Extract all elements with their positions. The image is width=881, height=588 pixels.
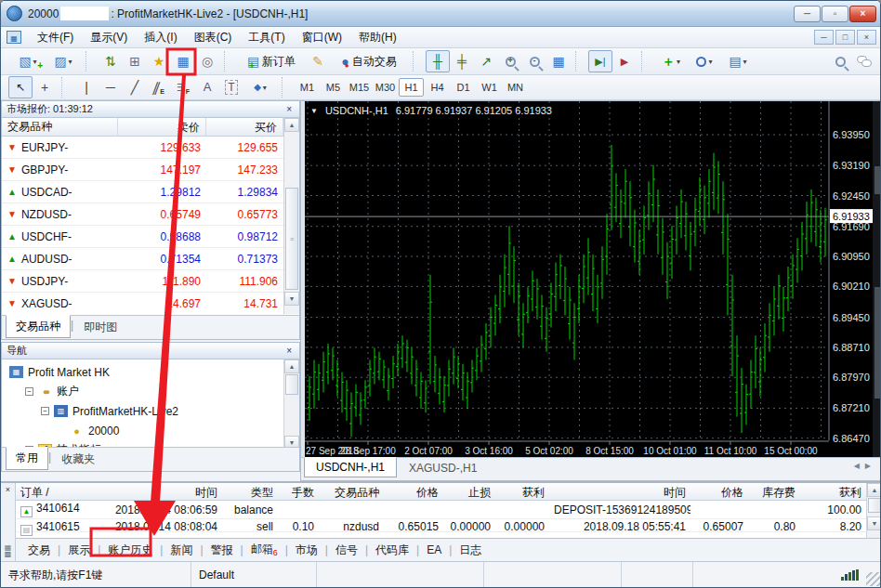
status-profile[interactable]: Default: [191, 562, 317, 588]
chart-window-icon[interactable]: ▦: [7, 31, 21, 44]
zoom-out-button[interactable]: -: [522, 50, 546, 72]
tree-item[interactable]: ▦Profit Market HK: [2, 362, 283, 382]
menu-item[interactable]: 显示(V): [82, 28, 136, 47]
text-label-button[interactable]: T: [219, 76, 243, 98]
history-row[interactable]: ▤34106152018.09.14 08:08:04sell0.10nzdus…: [16, 519, 866, 532]
strategy-tester-button[interactable]: ◎: [195, 50, 219, 72]
history-row[interactable]: ▲34106142018.09.14 08:06:59balanceDEPOSI…: [16, 501, 866, 519]
timeframe-M15[interactable]: M15: [347, 78, 372, 97]
column-header[interactable]: 交易品种: [2, 118, 118, 136]
arrows-button[interactable]: ◆▾: [243, 76, 277, 98]
bar-chart-button[interactable]: ╫: [426, 50, 450, 72]
column-header[interactable]: 卖价: [118, 118, 206, 136]
tree-item[interactable]: −f技术指标: [2, 440, 283, 447]
trendline-button[interactable]: ╱: [123, 76, 147, 98]
navigator-button[interactable]: ★: [147, 50, 171, 72]
tree-item[interactable]: −●●账户: [2, 382, 283, 401]
tab-scroll-right-icon[interactable]: ▶: [865, 462, 871, 470]
data-window-button[interactable]: ⊞: [123, 50, 147, 72]
market-watch-button[interactable]: ⇅: [99, 50, 123, 72]
terminal-tab-11[interactable]: 日志: [456, 540, 484, 561]
timeframe-MN[interactable]: MN: [503, 78, 528, 97]
child-minimize-button[interactable]: ─: [814, 30, 834, 45]
tree-expander-icon[interactable]: −: [25, 387, 33, 396]
text-button[interactable]: A: [195, 76, 219, 98]
timeframe-D1[interactable]: D1: [451, 78, 476, 97]
history-column-header[interactable]: 时间: [96, 483, 222, 500]
vertical-line-button[interactable]: |: [74, 76, 99, 98]
price-chart[interactable]: 6.939506.931906.924506.916906.909506.902…: [305, 101, 873, 458]
timeframe-H1[interactable]: H1: [399, 78, 424, 97]
shift-chart-button[interactable]: ▶|: [588, 50, 612, 72]
menu-item[interactable]: 文件(F): [29, 28, 82, 47]
history-column-header[interactable]: 订单 /: [16, 483, 96, 500]
market-watch-scrollbar[interactable]: ▲≡▼: [283, 118, 299, 314]
fibonacci-button[interactable]: ☰F: [171, 76, 195, 98]
menu-item[interactable]: 图表(C): [186, 28, 241, 47]
navigator-tab-1[interactable]: 常用: [6, 447, 48, 470]
column-header[interactable]: 买价: [206, 118, 283, 136]
market-watch-close-icon[interactable]: ×: [283, 104, 295, 114]
terminal-tab-6[interactable]: 邮箱6: [248, 539, 281, 560]
terminal-grip-icon[interactable]: ▦▩: [5, 544, 12, 557]
terminal-tab-8[interactable]: 信号: [333, 540, 361, 561]
terminal-tab-3[interactable]: 账户历史: [105, 540, 155, 561]
profiles-button[interactable]: ▨▾: [46, 50, 81, 72]
market-row-USDCAD[interactable]: ▲USDCAD-1.298121.29834: [2, 181, 283, 203]
terminal-close-icon[interactable]: ×: [6, 483, 10, 496]
new-order-button[interactable]: ▤+新订单: [237, 50, 306, 72]
timeframe-M5[interactable]: M5: [321, 78, 346, 97]
market-row-AUDUSD[interactable]: ▲AUDUSD-0.713540.71373: [2, 248, 283, 270]
market-row-XAGUSD[interactable]: ▼XAGUSD-14.69714.731: [2, 293, 283, 314]
indicators-button[interactable]: ＋▾: [654, 50, 688, 72]
history-column-header[interactable]: 手数: [278, 483, 319, 500]
periods-button[interactable]: ▾: [688, 50, 721, 72]
history-column-header[interactable]: 类型: [222, 483, 278, 500]
tree-item[interactable]: −▥ProfitMarketHK-Live2: [2, 401, 283, 421]
tile-windows-button[interactable]: ▦: [546, 50, 571, 72]
history-column-header[interactable]: 获利: [800, 483, 866, 500]
horizontal-line-button[interactable]: ─: [99, 76, 123, 98]
market-row-NZDUSD[interactable]: ▼NZDUSD-0.657490.65773: [2, 203, 283, 226]
tree-expander-icon[interactable]: −: [41, 407, 49, 415]
restore-button[interactable]: ▫: [822, 6, 848, 22]
market-row-USDCHF[interactable]: ▲USDCHF-0.986880.98712: [2, 226, 283, 248]
history-column-header[interactable]: 止损: [443, 483, 495, 500]
navigator-tab-2[interactable]: 收藏夹: [51, 448, 105, 471]
history-column-header[interactable]: 价格: [384, 483, 443, 500]
child-close-button[interactable]: ×: [857, 30, 876, 45]
terminal-button[interactable]: ▦: [171, 50, 195, 72]
history-column-header[interactable]: 时间: [549, 483, 690, 500]
market-row-USDJPY[interactable]: ▼USDJPY-111.890111.906: [2, 270, 283, 293]
chart-right-scrollbar[interactable]: [873, 101, 881, 458]
search-button[interactable]: [828, 50, 852, 72]
terminal-tab-10[interactable]: EA: [424, 541, 444, 559]
terminal-tab-1[interactable]: 交易: [25, 540, 53, 561]
navigator-scrollbar[interactable]: ▲ ▼: [283, 359, 299, 447]
menu-item[interactable]: 帮助(H): [350, 28, 405, 47]
equidistant-channel-button[interactable]: ∥E: [147, 76, 171, 98]
market-row-EURJPY[interactable]: ▼EURJPY-129.633129.655: [2, 137, 283, 159]
minimize-button[interactable]: ─: [794, 6, 821, 22]
terminal-tab-5[interactable]: 警报: [208, 540, 236, 561]
metaeditor-button[interactable]: ✎: [306, 50, 330, 72]
tab-scroll-left-icon[interactable]: ◀: [854, 462, 860, 470]
market-row-GBPJPY[interactable]: ▼GBPJPY-147.197147.233: [2, 159, 283, 181]
crosshair-button[interactable]: +: [33, 76, 57, 98]
terminal-scrollbar[interactable]: ▲ ▼: [866, 483, 881, 538]
timeframe-H4[interactable]: H4: [425, 78, 450, 97]
chart-tab-USDCNHH1[interactable]: USDCNH-,H1: [304, 457, 397, 477]
chat-button[interactable]: [852, 50, 876, 72]
timeframe-W1[interactable]: W1: [477, 78, 502, 97]
market-watch-tab-2[interactable]: 即时图: [73, 316, 127, 339]
resize-grip[interactable]: [866, 572, 880, 586]
zoom-in-button[interactable]: +: [498, 50, 522, 72]
close-button[interactable]: ×: [849, 6, 876, 22]
history-column-header[interactable]: 库存费: [748, 483, 800, 500]
tree-item[interactable]: ●20000: [2, 421, 283, 440]
line-chart-button[interactable]: ↗: [474, 50, 498, 72]
menu-item[interactable]: 窗口(W): [294, 28, 350, 47]
autotrading-button[interactable]: ●●自动交易: [330, 50, 408, 72]
cursor-button[interactable]: ↖: [8, 76, 33, 98]
chart-tab-XAGUSDH1[interactable]: XAGUSD-,H1: [397, 458, 489, 478]
